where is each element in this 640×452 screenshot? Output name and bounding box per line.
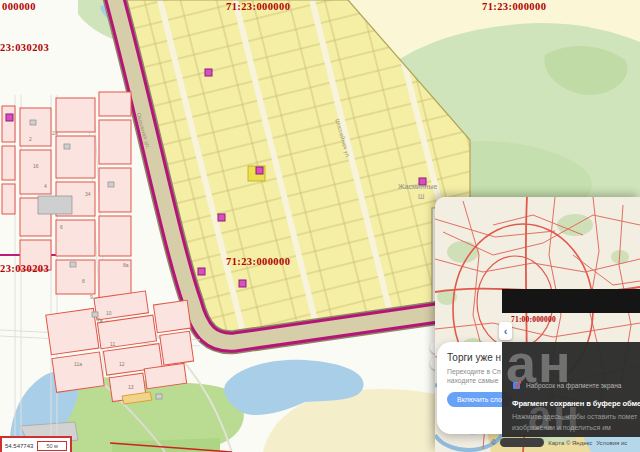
parcel-number: 4 (44, 183, 47, 189)
parcel-number: 7а (97, 317, 103, 323)
cadastral-label: 23:030203 (0, 42, 49, 53)
terms-link[interactable]: Условия ис (596, 440, 627, 446)
map-attribution: © Карта © Яндекс Условия ис (491, 438, 627, 447)
parcel-number: 12 (119, 361, 125, 367)
coordinate-value: 54.547743 (5, 443, 33, 449)
parcel-number: 34 (85, 191, 91, 197)
coordinate-measure-box: 54.547743 50 м (0, 436, 72, 452)
toast-source-row: Набросок на фрагменте экрана (512, 380, 621, 390)
inset-cadastral-label: 71:00:000000 (511, 315, 556, 324)
cadastral-map-app: 000000 71:23:000000 71:23:000000 23:0302… (0, 0, 640, 452)
sketch-icon (512, 380, 522, 390)
place-name-line1: Жасминные (398, 183, 437, 190)
parcel-number: 8а (123, 262, 129, 268)
collapse-preview-button[interactable]: ‹ (499, 322, 512, 340)
parcel-number: 6 (60, 224, 63, 230)
place-name-line2: Ш (418, 193, 424, 200)
cadastral-label: 000000 (2, 1, 36, 12)
cadastral-label: 23:030203 (0, 263, 49, 274)
copyright-icon: © (491, 439, 496, 446)
parcel-number: 11 (110, 341, 115, 347)
scale-value: 50 м (37, 441, 66, 451)
parcel-number: 10 (106, 310, 112, 316)
parcel-number: 2а (52, 130, 58, 136)
parcel-number: 11а (74, 361, 82, 367)
cadastral-label: 71:23:000000 (226, 1, 290, 12)
parcel-number: 13 (128, 384, 134, 390)
redacted-area (502, 289, 640, 313)
cadastral-label: 71:23:000000 (226, 256, 290, 267)
map-copyright-text: Карта © Яндекс (548, 440, 592, 446)
parcel-number: 9 (90, 294, 93, 300)
parcel-number: 2 (29, 136, 32, 142)
parcel-number: 16 (33, 163, 39, 169)
toast-source-label: Набросок на фрагменте экрана (526, 382, 621, 389)
clipboard-toast[interactable]: Набросок на фрагменте экрана Фрагмент со… (502, 342, 640, 437)
parcel-number: 8 (82, 278, 85, 284)
toast-body-line1: Нажмите здесь, чтобы оставить помет (512, 413, 637, 420)
attribution-badge (500, 438, 544, 447)
cadastral-label: 71:23:000000 (482, 1, 546, 12)
toast-title: Фрагмент сохранен в буфере обмена (512, 399, 640, 408)
chevron-left-icon: ‹ (504, 326, 508, 337)
toast-body-line2: изображении и поделиться им (512, 424, 611, 431)
